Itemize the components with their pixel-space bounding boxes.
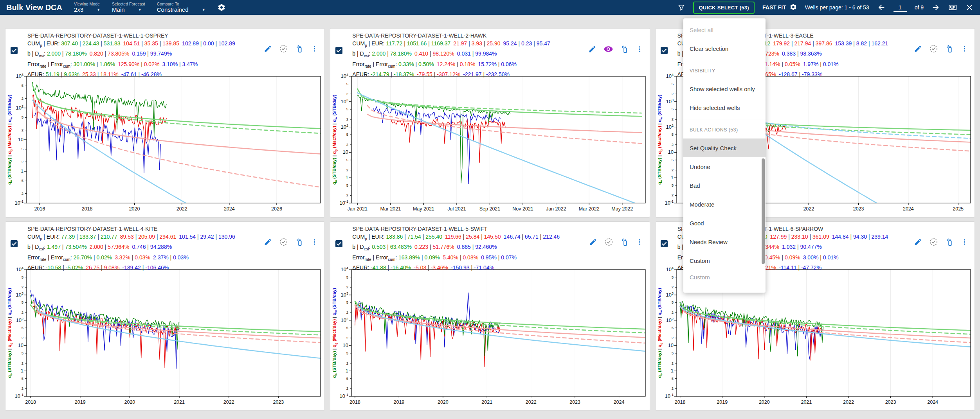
viewing-mode-select[interactable]: Viewing Mode 2x3▼ <box>74 2 100 13</box>
filter-icon[interactable] <box>677 4 685 11</box>
well-select-checkbox[interactable] <box>660 47 668 54</box>
svg-text:5: 5 <box>346 183 348 187</box>
edit-pencil-icon[interactable] <box>588 45 596 55</box>
svg-text:2: 2 <box>346 336 348 340</box>
keyboard-icon[interactable] <box>948 3 957 12</box>
svg-text:2019: 2019 <box>394 399 405 405</box>
menu-item-hide-selected-wells[interactable]: Hide selected wells <box>683 98 766 117</box>
quality-check-icon[interactable] <box>279 237 288 248</box>
well-card-header: SPE-DATA-REPOSITORY-DATASET-1-WELL-2-HAW… <box>330 29 649 72</box>
svg-text:2: 2 <box>671 336 673 340</box>
next-page-arrow-icon[interactable] <box>931 3 940 12</box>
edit-pencil-icon[interactable] <box>264 45 272 54</box>
menu-item-bad[interactable]: Bad <box>683 176 766 195</box>
svg-text:5: 5 <box>671 82 673 86</box>
viewing-mode-value: 2x3 <box>74 6 83 13</box>
page-number-input[interactable] <box>894 3 907 12</box>
svg-text:5: 5 <box>346 351 348 355</box>
dca-chart[interactable]: 104521035210252105215210-1Jan 2021Mar 20… <box>330 73 650 216</box>
quality-check-icon[interactable] <box>604 237 613 248</box>
more-options-icon[interactable] <box>311 45 318 54</box>
compare-to-select[interactable]: Compare To Constrained▼ <box>157 2 205 13</box>
stat-line: Errorrate | Errorcum: 26.70% | 0.02%3.32… <box>27 254 319 264</box>
quality-check-icon[interactable] <box>929 44 938 55</box>
well-card-header: SPE-DATA-REPOSITORY-DATASET-1-WELL-4-KIT… <box>5 222 324 266</box>
close-icon[interactable] <box>965 3 974 12</box>
selected-forecast-select[interactable]: Selected Forecast Main▼ <box>112 2 145 13</box>
svg-text:10-1: 10-1 <box>340 393 348 399</box>
svg-text:103: 103 <box>341 291 348 298</box>
well-select-checkbox[interactable] <box>10 47 18 54</box>
svg-text:Jan 2021: Jan 2021 <box>348 206 368 212</box>
menu-item-select-all[interactable]: Select all <box>683 20 766 39</box>
more-options-icon[interactable] <box>311 238 318 247</box>
quality-check-icon[interactable] <box>929 237 938 248</box>
svg-text:102: 102 <box>666 124 673 130</box>
well-select-checkbox[interactable] <box>335 240 343 248</box>
edit-pencil-icon[interactable] <box>914 238 922 248</box>
quality-options-list: Undone Bad Moderate Good Needs Review Cu… <box>683 157 766 293</box>
menu-item-undone[interactable]: Undone <box>683 157 766 176</box>
previous-page-arrow-icon[interactable] <box>877 3 886 12</box>
more-options-icon[interactable] <box>961 45 968 54</box>
dca-chart[interactable]: 104521035210252105215210-120182019202020… <box>5 266 325 409</box>
dca-chart[interactable]: 1035210252105215210-12016201820202022202… <box>5 73 325 216</box>
menu-item-custom[interactable]: Custom <box>683 251 766 270</box>
well-select-checkbox[interactable] <box>335 47 343 54</box>
menu-item-good[interactable]: Good <box>683 214 766 232</box>
spray-marker-icon[interactable] <box>620 238 629 248</box>
stat-values-b: 0.746 | 94.288% <box>132 244 172 250</box>
well-cards-grid: SPE-DATA-REPOSITORY-DATASET-1-WELL-1-OSP… <box>0 15 980 411</box>
edit-pencil-icon[interactable] <box>914 45 922 54</box>
menu-item-moderate[interactable]: Moderate <box>683 195 766 214</box>
custom-quality-input[interactable] <box>690 272 759 283</box>
more-options-icon[interactable] <box>961 238 968 247</box>
quality-check-icon[interactable] <box>279 44 288 55</box>
svg-text:2: 2 <box>671 193 673 197</box>
stat-values-b: 0.031 | 99.984% <box>457 50 497 57</box>
stat-values-g: 1.497 | 73.504% <box>47 244 87 250</box>
edit-pencil-icon[interactable] <box>264 238 272 248</box>
svg-text:2: 2 <box>346 168 348 172</box>
settings-gear-icon[interactable] <box>217 3 226 12</box>
quick-select-button[interactable]: QUICK SELECT (53) <box>693 2 755 14</box>
stat-values-b: 0.159 | 99.749% <box>132 50 172 57</box>
spray-marker-icon[interactable] <box>945 238 954 248</box>
stat-line: Errorrate | Errorcum: 0.33% | 0.50%12.24… <box>352 60 644 70</box>
more-options-icon[interactable] <box>636 45 643 54</box>
menu-item-needs-review[interactable]: Needs Review <box>683 232 766 251</box>
y-axis-label: qo (STB/day) | qg (Mscf/day) | qw (STB/d… <box>7 95 13 185</box>
svg-text:1: 1 <box>670 368 673 374</box>
stat-values-b: 0.95% | 0.07% <box>481 254 517 261</box>
more-options-icon[interactable] <box>636 238 643 247</box>
fast-fit-gear-icon[interactable] <box>789 3 797 12</box>
spray-marker-icon[interactable] <box>945 45 954 55</box>
visibility-eye-icon[interactable] <box>603 44 613 56</box>
spray-marker-icon[interactable] <box>620 45 629 55</box>
svg-text:2: 2 <box>346 285 348 289</box>
page-of-text: of 9 <box>915 4 924 11</box>
menu-item-clear-selection[interactable]: Clear selection <box>683 39 766 58</box>
menu-item-show-selected-wells-only[interactable]: Show selected wells only <box>683 79 766 98</box>
dca-chart[interactable]: 104521035210252105215210-120182019202020… <box>330 266 650 409</box>
menu-item-set-quality-check[interactable]: Set Quality Check <box>683 138 766 157</box>
menu-scrollbar[interactable] <box>762 158 765 264</box>
edit-pencil-icon[interactable] <box>589 238 597 248</box>
svg-text:2: 2 <box>346 193 348 197</box>
svg-text:2019: 2019 <box>75 399 86 405</box>
svg-text:2024: 2024 <box>903 206 914 212</box>
stat-values-r: -79.55 | -307.12% <box>417 71 460 77</box>
stat-values-g: 2.000 | 78.180% <box>372 50 412 57</box>
stat-values-b: 1.97% | 0.01% <box>803 61 839 67</box>
y-axis-label: qo (STB/day) | qg (Mscf/day) | qw (STB/d… <box>657 288 663 378</box>
well-card: SPE-DATA-REPOSITORY-DATASET-1-WELL-1-OSP… <box>5 28 325 218</box>
well-select-checkbox[interactable] <box>10 240 18 248</box>
spray-marker-icon[interactable] <box>295 238 304 248</box>
fast-fit-label[interactable]: FAST FIT <box>762 4 786 11</box>
svg-text:2025: 2025 <box>953 206 964 212</box>
svg-text:Jan 2022: Jan 2022 <box>546 206 566 212</box>
well-select-checkbox[interactable] <box>660 240 668 248</box>
spray-marker-icon[interactable] <box>295 45 304 55</box>
svg-text:10: 10 <box>18 137 23 142</box>
svg-text:2022: 2022 <box>223 399 234 405</box>
